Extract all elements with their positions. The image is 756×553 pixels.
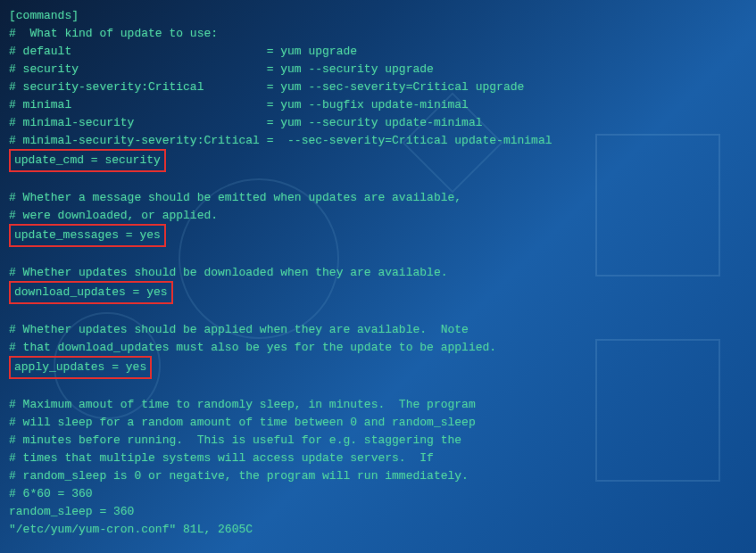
comment-line: # that download_updates must also be yes… <box>9 339 747 357</box>
config-apply-updates: apply_updates = yes <box>9 357 747 378</box>
highlight-box: apply_updates = yes <box>9 356 152 379</box>
terminal-editor[interactable]: [commands] # What kind of update to use:… <box>9 7 747 539</box>
highlight-box: update_messages = yes <box>9 224 166 247</box>
config-section-header: [commands] <box>9 7 747 25</box>
blank-line <box>9 303 747 321</box>
comment-line: # minimal-security-severity:Critical = -… <box>9 132 747 150</box>
comment-line: # security = yum --security upgrade <box>9 61 747 78</box>
config-download-updates: download_updates = yes <box>9 282 747 303</box>
comment-line: # will sleep for a random amount of time… <box>9 414 747 432</box>
comment-line: # Whether updates should be downloaded w… <box>9 264 747 282</box>
config-update-cmd: update_cmd = security <box>9 150 747 171</box>
blank-line <box>9 378 747 396</box>
highlight-box: download_updates = yes <box>9 281 173 304</box>
comment-line: # 6*60 = 360 <box>9 485 747 503</box>
comment-line: # were downloaded, or applied. <box>9 207 747 225</box>
comment-line: # Whether updates should be applied when… <box>9 321 747 339</box>
comment-line: # Whether a message should be emitted wh… <box>9 189 747 207</box>
blank-line <box>9 171 747 189</box>
comment-line: # minimal-security = yum --security upda… <box>9 114 747 132</box>
comment-line: # security-severity:Critical = yum --sec… <box>9 78 747 96</box>
config-random-sleep: random_sleep = 360 <box>9 503 747 521</box>
comment-line: # Maximum amout of time to randomly slee… <box>9 396 747 414</box>
highlight-box: update_cmd = security <box>9 149 166 172</box>
comment-line: # What kind of update to use: <box>9 25 747 43</box>
comment-line: # random_sleep is 0 or negative, the pro… <box>9 467 747 485</box>
comment-line: # minutes before running. This is useful… <box>9 432 747 450</box>
comment-line: # default = yum upgrade <box>9 43 747 61</box>
blank-line <box>9 246 747 264</box>
comment-line: # minimal = yum --bugfix update-minimal <box>9 96 747 114</box>
config-update-messages: update_messages = yes <box>9 225 747 246</box>
editor-status-line: "/etc/yum/yum-cron.conf" 81L, 2605C <box>9 521 747 539</box>
comment-line: # times that multiple systems will acces… <box>9 450 747 467</box>
